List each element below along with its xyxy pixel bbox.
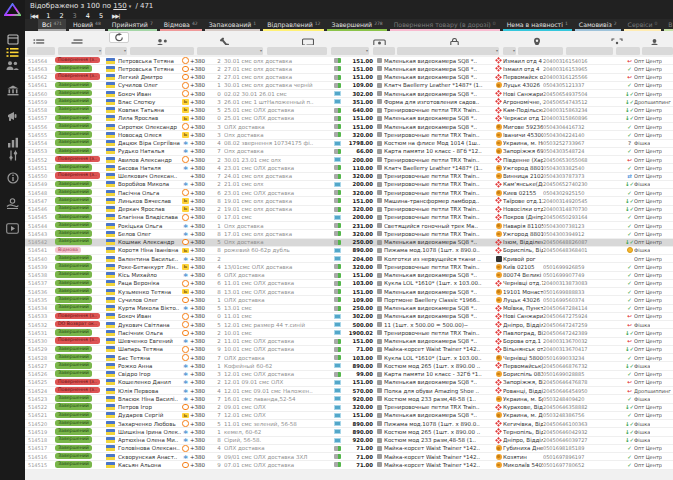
filter-courier[interactable]: ▾ [503,47,516,55]
order-row[interactable]: 514548ЗавершенийПасічна Ольга+380623.01 … [25,189,673,197]
status-tab[interactable]: В дорозі додому0 [664,19,673,31]
order-row[interactable]: 514522ЗавершенийПетров Ігор+380209.01 см… [25,404,673,412]
order-row[interactable]: 514554ЗавершенийДацюк Віра Сергіївна*+38… [25,140,673,148]
status-tab[interactable]: Всі471 [38,19,66,31]
status-badge[interactable]: Повернення (з.. [55,379,100,385]
video-icon[interactable] [0,223,25,234]
order-row[interactable]: 514526ЗавершенийСвідро Ігор*+380312.01 с… [25,371,673,379]
order-row[interactable]: 514555ЗавершенийНовосад Олесяlc+3803Олх … [25,131,673,139]
order-row[interactable]: 514551ЗавершенийБасова Наталя*+380423.01… [25,164,673,172]
status-badge[interactable]: Повернення (з.. [55,73,100,79]
order-row[interactable]: 514539ЗавершенийРоке-Бетанкурт Лін..lc+3… [25,263,673,271]
status-badge[interactable]: Завершений [55,436,92,442]
order-row[interactable]: 514541ВідмоваКоротя Ніна Іванівнаlc+3808… [25,247,673,255]
order-row[interactable]: 514557ЗавершенийЛила Ярославlc+380025.01… [25,115,673,123]
status-badge[interactable]: Повернення (з.. [55,387,100,393]
status-badge[interactable]: Завершений [55,280,92,286]
filter-client[interactable] [130,47,194,55]
status-badge[interactable]: Завершений [55,115,92,121]
order-row[interactable]: 514563ЗавершенийПетровська Тетяна+380227… [25,65,673,73]
status-tab[interactable]: Відмова42 [160,19,202,31]
status-tab[interactable]: Запакований1 [205,19,261,31]
order-row[interactable]: 514534ЗавершенийКурта Микола Вікто..*+38… [25,305,673,313]
order-row[interactable]: 514531ЗавершенийПасічник Ольга+380210.01… [25,329,673,337]
order-row[interactable]: 514564Повернення (з..Петровська Тетяна+3… [25,57,673,65]
order-row[interactable]: 514520ЗавершенийЗахарченко Любовь+380511… [25,420,673,428]
filter-status[interactable]: ▾ [58,47,102,55]
filter-track-status[interactable] [616,47,640,55]
filter-product[interactable]: ▾ [397,47,499,55]
status-badge[interactable]: Завершений [55,65,92,71]
status-badge[interactable]: Завершений [55,82,92,88]
status-badge[interactable]: Повернення (з.. [55,172,100,178]
orders-list-icon[interactable] [0,47,25,58]
order-row[interactable]: 514529ЗавершенийШапарь Тетяна+380910.01 … [25,346,673,354]
status-tab[interactable]: Нема в наявності1 [503,19,572,31]
refresh-column-button[interactable] [109,32,129,43]
status-badge[interactable]: Завершений [55,131,92,137]
status-badge[interactable]: Завершений [55,90,92,96]
order-row[interactable]: 514542ЗавершенийКошмак Александр+3805Олх… [25,239,673,247]
status-badge[interactable]: Завершений [55,139,92,145]
status-badge[interactable]: Завершений [55,98,92,104]
status-badge[interactable]: Завершений [55,288,92,294]
status-badge[interactable]: Відмова [55,247,81,253]
status-badge[interactable]: DO Возврат ок.. [55,321,100,327]
order-row[interactable]: 514538ЗавершенийКісь Михайло*+3806ОЛХ до… [25,272,673,280]
status-badge[interactable]: Завершений [55,362,92,368]
megaphone-icon[interactable] [0,111,25,122]
clients-icon[interactable] [0,60,25,71]
status-badge[interactable]: Завершений [55,461,92,467]
order-row[interactable]: 514558ЗавершенийКовпак Татьянаlc+380525.… [25,107,673,115]
status-badge[interactable]: Завершений [55,230,92,236]
filter-city[interactable] [518,47,563,55]
status-badge[interactable]: Завершений [55,106,92,112]
status-badge[interactable]: Завершений [55,197,92,203]
info-icon[interactable] [0,172,25,184]
order-row[interactable]: 514533Повернення (з..Бокоч Иван+380011.0… [25,313,673,321]
order-row[interactable]: 514537ЗавершенийРаца Вероніка+380611.01 … [25,280,673,288]
status-badge[interactable]: Завершений [55,370,92,376]
order-row[interactable]: 514528ЗавершенийБас Тетяна+3807ОЛХ доста… [25,354,673,362]
status-badge[interactable]: Завершений [55,181,92,187]
order-row[interactable]: 514519ЗавершенийШишкіна Ірина Олек..*+38… [25,428,673,436]
status-tab[interactable]: Відправлений12 [263,19,324,31]
order-row[interactable]: 514556ЗавершенийСиротюк Олександр+3803ОЛ… [25,123,673,131]
status-tab[interactable]: Повернення товару (в дорозі)0 [390,19,500,31]
status-badge[interactable]: Завершений [55,346,92,352]
status-badge[interactable]: Завершений [55,255,92,261]
filter-order-id[interactable] [27,47,55,55]
filter-manager[interactable] [642,47,673,55]
order-row[interactable]: 514552Повернення (з..Авилов Александр+38… [25,156,673,164]
status-tab[interactable]: Самовивіз2 [575,19,621,31]
order-row[interactable]: 514536ЗавершенийКузьменко Тетянаlc+38081… [25,288,673,296]
order-row[interactable]: 514544ЗавершенийРокіцька Ольга*+3801Олх … [25,222,673,230]
status-badge[interactable]: Завершений [55,214,92,220]
status-badge[interactable]: Завершений [55,238,92,244]
status-badge[interactable]: Завершений [55,354,92,360]
bank-icon[interactable] [0,85,25,96]
status-badge[interactable]: Завершений [55,420,92,426]
status-badge[interactable]: Повернення (з.. [55,156,100,162]
status-badge[interactable]: Завершений [55,205,92,211]
status-badge[interactable]: Завершений [55,271,92,277]
status-badge[interactable]: Повернення (з.. [55,313,100,319]
status-badge[interactable]: Завершений [55,304,92,310]
order-row[interactable]: 514525Повернення (з..Кошеленко Данил*+38… [25,379,673,387]
status-tab[interactable]: Прийнятий7 [108,19,157,31]
order-row[interactable]: 514527ЗавершенийРожко Анна*+3801Кофейный… [25,362,673,370]
hand-gift-icon[interactable] [0,198,25,209]
order-row[interactable]: 514560ЗавершенийБокоч Иван+380002.02 30.… [25,90,673,98]
page-size-select[interactable]: 150 [113,2,126,10]
order-row[interactable]: 514547ЗавершенийЛиньков Вячеславlc+38081… [25,197,673,205]
status-badge[interactable]: Завершений [55,403,92,409]
status-badge[interactable]: Завершений [55,428,92,434]
order-row[interactable]: 514521ЗавершенийДударев Сергійlc+380712.… [25,412,673,420]
order-row[interactable]: 514562Повернення (з..Легкий Дмитро+38022… [25,74,673,82]
status-badge[interactable]: Завершений [55,263,92,269]
filter-price[interactable] [373,47,395,55]
status-badge[interactable]: Завершений [55,222,92,228]
order-row[interactable]: 514532DO Возврат ок..Дукович Світлана+38… [25,321,673,329]
status-badge[interactable]: Завершений [55,123,92,129]
order-row[interactable]: 514535ЗавершенийСучилов Олег+3801ОЛХ дос… [25,296,673,304]
